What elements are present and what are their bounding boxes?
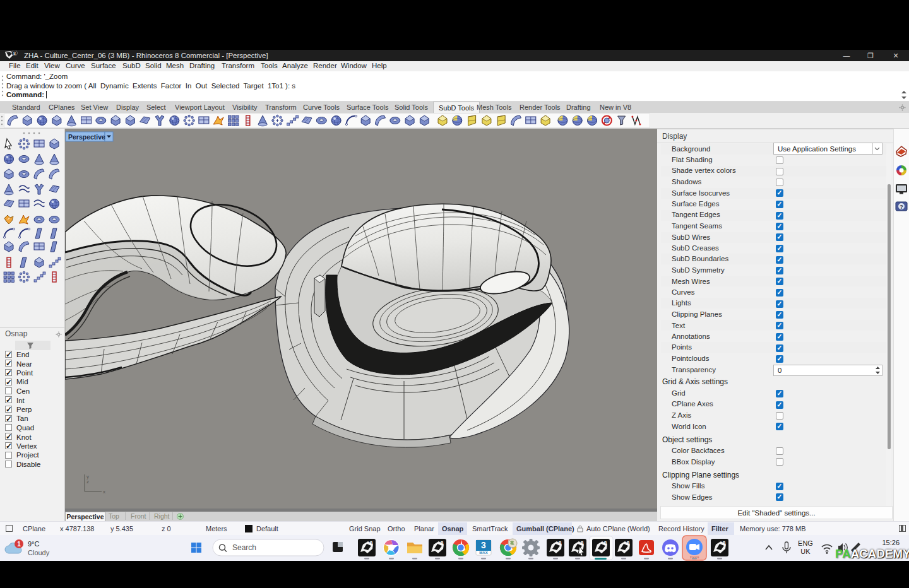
svg-text:?: ? bbox=[900, 204, 903, 210]
svg-text:UK: UK bbox=[800, 548, 811, 555]
svg-text:x: x bbox=[103, 489, 105, 495]
svg-text:9°C: 9°C bbox=[28, 540, 40, 548]
svg-text:15:26: 15:26 bbox=[882, 539, 900, 546]
svg-text:Search: Search bbox=[232, 543, 256, 552]
svg-text:Perspective: Perspective bbox=[68, 133, 105, 141]
svg-text:ENG: ENG bbox=[798, 539, 813, 547]
svg-text:3: 3 bbox=[481, 540, 486, 550]
svg-text:1: 1 bbox=[17, 541, 21, 548]
svg-text:z: z bbox=[86, 479, 89, 485]
svg-text:8: 8 bbox=[13, 51, 16, 56]
svg-text:MAX: MAX bbox=[479, 551, 487, 555]
svg-text:Cloudy: Cloudy bbox=[28, 549, 50, 556]
